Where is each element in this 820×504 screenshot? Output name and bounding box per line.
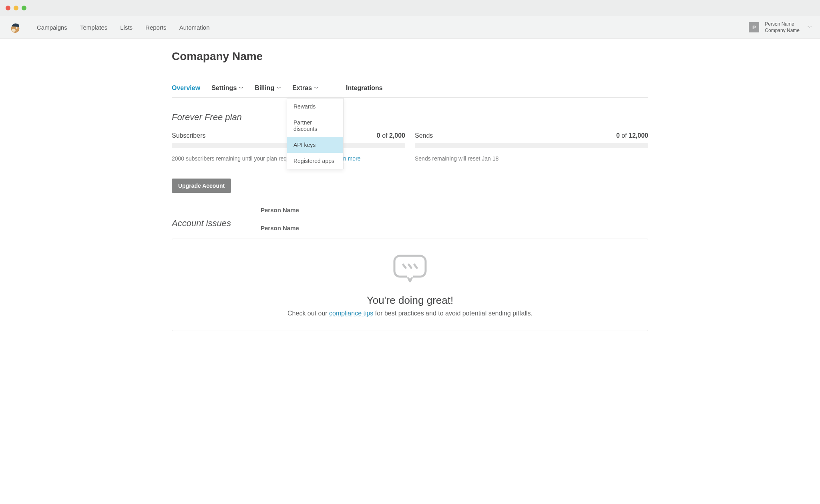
dropdown-item-registered-apps[interactable]: Registered apps [287, 153, 343, 169]
tab-billing-label: Billing [255, 84, 274, 92]
top-nav: Campaigns Templates Lists Reports Automa… [0, 16, 820, 39]
subscribers-limit: 2,000 [389, 132, 405, 139]
tab-billing[interactable]: Billing ﹀ [255, 84, 281, 97]
sends-stat: Sends 0 of 12,000 Sends remaining will r… [415, 132, 648, 162]
tab-overview-label: Overview [172, 84, 200, 92]
account-tabs: Overview Settings ﹀ Billing ﹀ Extras ﹀ I… [172, 84, 648, 98]
nav-links: Campaigns Templates Lists Reports Automa… [37, 24, 210, 31]
person-name-label-1: Person Name [261, 207, 648, 213]
nav-templates[interactable]: Templates [80, 24, 107, 31]
tab-settings-label: Settings [211, 84, 237, 92]
svg-point-3 [12, 29, 16, 32]
speech-bubble-icon [392, 254, 428, 285]
chevron-down-icon: ﹀ [239, 85, 243, 91]
nav-campaigns[interactable]: Campaigns [37, 24, 67, 31]
sends-limit: 12,000 [629, 132, 648, 139]
dropdown-item-partner-discounts[interactable]: Partner discounts [287, 114, 343, 137]
account-company-name: Company Name [765, 27, 800, 34]
avatar: P [749, 22, 759, 32]
nav-automation[interactable]: Automation [179, 24, 210, 31]
tab-integrations-label: Integrations [346, 84, 383, 92]
tab-extras[interactable]: Extras ﹀ [292, 84, 319, 97]
account-menu-text: Person Name Company Name [765, 21, 800, 34]
issues-text-after: for best practices and to avoid potentia… [373, 310, 533, 317]
issues-text-before: Check out our [287, 310, 329, 317]
dropdown-item-api-keys[interactable]: API keys [287, 137, 343, 153]
window-zoom-button[interactable] [22, 6, 26, 10]
window-close-button[interactable] [6, 6, 10, 10]
chevron-down-icon: ﹀ [314, 85, 319, 91]
svg-point-2 [16, 28, 17, 28]
tab-integrations[interactable]: Integrations [346, 84, 383, 97]
sends-note: Sends remaining will reset Jan 18 [415, 155, 648, 162]
svg-line-7 [409, 265, 411, 268]
nav-lists[interactable]: Lists [120, 24, 133, 31]
sends-count: 0 [616, 132, 620, 139]
plan-heading: Forever Free plan [172, 112, 648, 122]
extras-dropdown: Rewards Partner discounts API keys Regis… [287, 98, 344, 169]
subscribers-count: 0 [377, 132, 380, 139]
window-titlebar [0, 0, 820, 16]
window-minimize-button[interactable] [14, 6, 18, 10]
chevron-down-icon: ﹀ [277, 85, 281, 91]
account-menu[interactable]: P Person Name Company Name ﹀ [749, 21, 812, 34]
mailchimp-logo-icon[interactable] [8, 20, 22, 34]
sends-progress-bar [415, 143, 648, 148]
dropdown-item-rewards[interactable]: Rewards [287, 98, 343, 114]
page-content: Comapany Name Overview Settings ﹀ Billin… [172, 39, 648, 331]
account-issues-card: You're doing great! Check out our compli… [172, 239, 648, 331]
account-person-name: Person Name [765, 21, 800, 27]
subscribers-value: 0 of 2,000 [377, 132, 405, 139]
subscribers-label: Subscribers [172, 132, 205, 139]
issues-subtext: Check out our compliance tips for best p… [180, 310, 640, 317]
sends-divider: of [621, 132, 627, 139]
subscribers-divider: of [382, 132, 387, 139]
chevron-down-icon: ﹀ [808, 24, 812, 30]
tab-settings[interactable]: Settings ﹀ [211, 84, 243, 97]
upgrade-account-button[interactable]: Upgrade Account [172, 179, 231, 193]
nav-reports[interactable]: Reports [145, 24, 167, 31]
page-title: Comapany Name [172, 50, 648, 63]
sends-value: 0 of 12,000 [616, 132, 648, 139]
svg-line-8 [414, 265, 417, 268]
tab-extras-label: Extras [292, 84, 312, 92]
svg-line-6 [403, 265, 406, 268]
person-name-label-2: Person Name [261, 225, 648, 231]
issues-title: You're doing great! [180, 294, 640, 307]
tab-overview[interactable]: Overview [172, 84, 200, 97]
plan-stats: Subscribers 0 of 2,000 2000 subscribers … [172, 132, 648, 162]
compliance-tips-link[interactable]: compliance tips [329, 310, 373, 317]
sends-label: Sends [415, 132, 433, 139]
svg-rect-5 [407, 274, 413, 277]
